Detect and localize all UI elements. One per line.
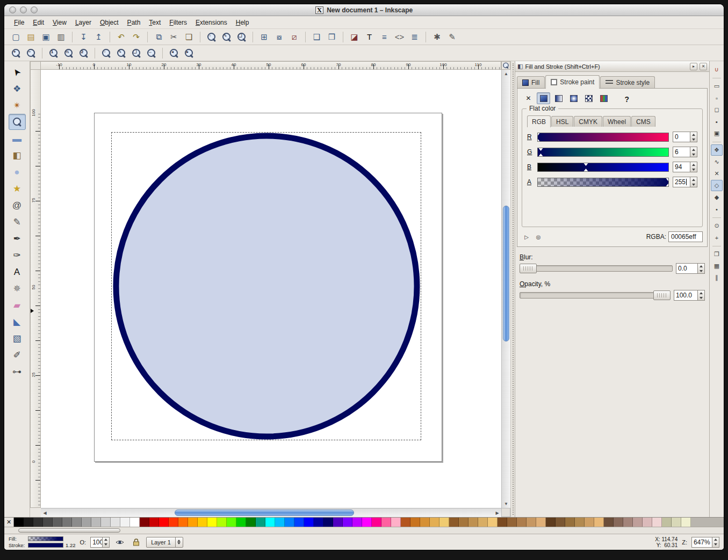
spin-up-button[interactable] xyxy=(712,537,719,542)
palette-swatch[interactable] xyxy=(478,518,488,527)
box3d-tool[interactable]: ◧ xyxy=(9,147,26,163)
snap-path-intersections-button[interactable]: ✕ xyxy=(711,168,723,179)
snap-bbox-button[interactable]: ▭ xyxy=(711,81,723,92)
snap-rotation-centers-button[interactable]: + xyxy=(711,232,723,243)
palette-swatch[interactable] xyxy=(198,518,207,527)
scroll-up-arrow[interactable]: ▲ xyxy=(502,70,510,78)
menu-filters[interactable]: Filters xyxy=(165,17,191,28)
palette-swatch[interactable] xyxy=(14,518,24,527)
snap-page-border-button[interactable]: ❐ xyxy=(711,249,723,260)
slider-marker[interactable] xyxy=(537,133,540,141)
palette-scroll-thumb[interactable] xyxy=(18,528,120,533)
flat-color-button[interactable] xyxy=(537,92,550,104)
color-managed-button[interactable]: ◎ xyxy=(534,232,543,242)
zoom-1-1-button[interactable]: 1 xyxy=(46,46,61,60)
zoom-input[interactable]: 647% xyxy=(692,537,712,547)
channel-r-slider[interactable] xyxy=(537,133,669,142)
channel-b-input[interactable]: 94 xyxy=(673,162,690,172)
paint-bucket-tool[interactable]: ◣ xyxy=(9,314,26,330)
channel-g-input[interactable]: 6 xyxy=(673,147,690,157)
zoom-page-width-button[interactable]: ↔ xyxy=(144,46,158,60)
channel-b-slider[interactable] xyxy=(537,163,669,172)
radial-gradient-button[interactable] xyxy=(567,92,580,104)
snap-grids-button[interactable]: ▦ xyxy=(711,260,723,272)
palette-swatch[interactable] xyxy=(24,518,33,527)
palette-swatch[interactable] xyxy=(614,518,623,527)
duplicate-button[interactable]: ⊞ xyxy=(257,30,271,44)
slider-marker[interactable] xyxy=(583,163,588,171)
palette-swatch[interactable] xyxy=(91,518,101,527)
channel-r-input[interactable]: 0 xyxy=(673,132,690,142)
menu-layer[interactable]: Layer xyxy=(71,17,96,28)
paste-button[interactable]: ❏ xyxy=(182,30,196,44)
spin-up-button[interactable] xyxy=(698,264,704,268)
palette-swatch[interactable] xyxy=(498,518,507,527)
spin-down-button[interactable] xyxy=(698,268,704,273)
palette-swatch[interactable] xyxy=(536,518,546,527)
menu-file[interactable]: File xyxy=(10,17,28,28)
eraser-tool[interactable]: ▰ xyxy=(9,297,26,313)
palette-swatch[interactable] xyxy=(33,518,43,527)
palette-swatch[interactable] xyxy=(72,518,82,527)
palette-swatch[interactable] xyxy=(420,518,430,527)
palette-swatch[interactable] xyxy=(594,518,604,527)
palette-swatch[interactable] xyxy=(681,518,691,527)
zoom-page-button[interactable]: ❏ xyxy=(234,30,249,44)
snap-object-centers-button[interactable]: ⊙ xyxy=(711,220,723,231)
palette-swatch[interactable] xyxy=(643,518,652,527)
spiral-tool[interactable]: @ xyxy=(9,197,26,213)
spin-down-button[interactable] xyxy=(698,295,704,300)
xml-editor-button[interactable]: <> xyxy=(392,30,407,44)
fill-stroke-dialog-button[interactable]: ◪ xyxy=(347,30,362,44)
swatch-button[interactable] xyxy=(597,92,610,104)
selector-tool[interactable]: ➤ xyxy=(9,64,26,80)
sticky-zoom-toggle[interactable] xyxy=(501,61,510,70)
save-document-button[interactable]: ▣ xyxy=(39,30,53,44)
snap-cusp-nodes-button[interactable]: ◇ xyxy=(711,180,723,191)
ellipse-tool[interactable]: ● xyxy=(9,164,26,180)
palette-swatch[interactable] xyxy=(294,518,304,527)
palette-swatch[interactable] xyxy=(188,518,198,527)
export-button[interactable]: ↥ xyxy=(91,30,106,44)
text-dialog-button[interactable]: T xyxy=(362,30,377,44)
opacity-slider[interactable] xyxy=(520,290,671,300)
vertical-scroll-thumb[interactable] xyxy=(503,206,509,341)
redo-button[interactable]: ↷ xyxy=(129,30,143,44)
open-document-button[interactable]: ▤ xyxy=(24,30,38,44)
rectangle-tool[interactable]: ▬ xyxy=(9,130,26,147)
palette-swatch[interactable] xyxy=(227,518,236,527)
palette-swatch[interactable] xyxy=(265,518,275,527)
layer-lock-button[interactable] xyxy=(130,537,142,548)
palette-swatch[interactable] xyxy=(323,518,333,527)
text-tool[interactable]: A xyxy=(9,264,26,280)
opacity-input[interactable]: 100.0 xyxy=(674,290,697,300)
palette-swatch[interactable] xyxy=(381,518,391,527)
channel-g-slider[interactable] xyxy=(537,148,669,157)
tab-stroke-style[interactable]: Stroke style xyxy=(600,76,655,88)
menu-edit[interactable]: Edit xyxy=(28,17,48,28)
palette-swatch[interactable] xyxy=(410,518,420,527)
channel-a-slider[interactable] xyxy=(537,178,669,187)
palette-swatch[interactable] xyxy=(546,518,556,527)
title-bar[interactable]: X New document 1 – Inkscape xyxy=(4,4,724,16)
color-tab-cms[interactable]: CMS xyxy=(631,116,655,127)
vertical-ruler[interactable]: 1007550250 xyxy=(30,70,41,508)
palette-swatch[interactable] xyxy=(430,518,439,527)
palette-swatch[interactable] xyxy=(149,518,159,527)
palette-swatch[interactable] xyxy=(256,518,265,527)
snap-bbox-centers-button[interactable]: ▣ xyxy=(711,128,723,139)
new-document-button[interactable]: ▢ xyxy=(9,30,23,44)
palette-swatch[interactable] xyxy=(343,518,352,527)
pattern-button[interactable] xyxy=(582,92,595,104)
align-dialog-button[interactable]: ≡ xyxy=(377,30,392,44)
zoom-2-1-button[interactable]: 2 xyxy=(76,46,91,60)
panel-close-button[interactable]: ✕ xyxy=(700,63,707,70)
palette-swatch[interactable] xyxy=(333,518,343,527)
cut-button[interactable]: ✂ xyxy=(167,30,181,44)
color-tab-hsl[interactable]: HSL xyxy=(551,116,573,127)
copy-button[interactable]: ⧉ xyxy=(152,30,166,44)
palette-swatch[interactable] xyxy=(662,518,672,527)
pen-tool[interactable]: ✒ xyxy=(9,230,26,246)
document-properties-button[interactable]: ✎ xyxy=(445,30,459,44)
layer-selector[interactable]: Layer 1 xyxy=(146,537,183,548)
